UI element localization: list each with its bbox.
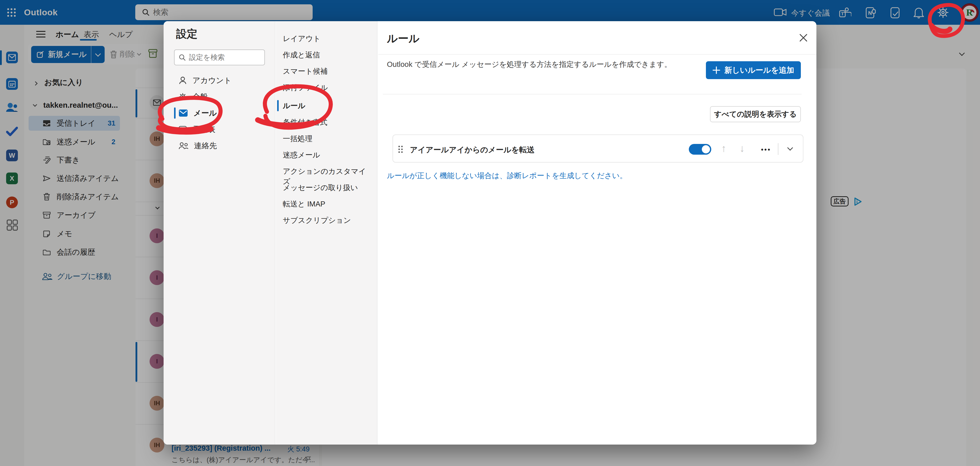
rule-enabled-toggle[interactable] (689, 144, 711, 155)
settings-nav-label: 連絡先 (194, 141, 217, 151)
show-all-descriptions-button[interactable]: すべての説明を表示する (710, 106, 801, 122)
subnav-subscriptions[interactable]: サブスクリプション (283, 215, 367, 226)
more-options-icon[interactable]: ••• (761, 146, 771, 154)
settings-subnav-column: レイアウト 作成と返信 スマート候補 添付ファイル ルール 条件付き書式 一括処… (276, 21, 377, 445)
settings-nav-general[interactable]: 全般 (164, 89, 275, 104)
subnav-conditional-formatting[interactable]: 条件付き書式 (283, 118, 367, 127)
settings-nav-account[interactable]: アカウント (164, 73, 275, 88)
toggle-knob (702, 145, 710, 153)
settings-nav-label: メール (193, 108, 217, 118)
subnav-sweep[interactable]: 一括処理 (283, 134, 367, 144)
move-up-arrow[interactable]: ↑ (721, 143, 726, 154)
subnav-forwarding-imap[interactable]: 転送と IMAP (283, 199, 367, 209)
contacts-icon (179, 142, 188, 150)
add-rule-label: 新しいルールを追加 (724, 65, 794, 76)
expand-rule-chevron[interactable] (788, 145, 793, 151)
settings-search[interactable] (174, 49, 265, 65)
settings-nav-contacts[interactable]: 連絡先 (164, 138, 275, 153)
settings-nav-column: 設定 アカウント 全般 メール 予定表 連絡先 (164, 21, 275, 445)
subnav-rules[interactable]: ルール (283, 101, 367, 111)
mail-filled-icon (179, 109, 188, 117)
settings-dialog: 設定 アカウント 全般 メール 予定表 連絡先 レイアウト 作成と返信 (164, 21, 816, 445)
settings-nav-label: アカウント (192, 75, 232, 86)
person-icon (179, 76, 187, 84)
settings-nav-label: 全般 (192, 92, 208, 102)
show-all-label: すべての説明を表示する (714, 109, 797, 119)
rules-panel-title: ルール (387, 32, 420, 46)
add-rule-button[interactable]: 新しいルールを追加 (706, 61, 801, 79)
subnav-message-handling[interactable]: メッセージの取り扱い (283, 183, 367, 193)
rules-description: Outlook で受信メール メッセージを処理する方法を指定するルールを作成でき… (387, 59, 697, 69)
search-icon (179, 54, 186, 61)
settings-search-input[interactable] (189, 53, 260, 62)
settings-nav-calendar[interactable]: 予定表 (164, 122, 275, 137)
selected-subnav-indicator (277, 100, 279, 111)
rule-row: アイアールアイからのメールを転送 ↑ ↓ ••• (393, 135, 803, 162)
divider (778, 143, 778, 155)
rule-name: アイアールアイからのメールを転送 (410, 145, 535, 155)
plus-icon (713, 66, 720, 74)
move-down-arrow[interactable]: ↓ (740, 143, 745, 154)
divider (378, 54, 816, 55)
calendar-small-icon (179, 125, 187, 134)
settings-nav-mail[interactable]: メール (164, 105, 275, 121)
subnav-attachments[interactable]: 添付ファイル (283, 83, 367, 93)
subnav-smart-suggestions[interactable]: スマート候補 (283, 66, 367, 76)
divider (383, 94, 802, 94)
subnav-compose-reply[interactable]: 作成と返信 (283, 50, 367, 60)
settings-nav-label: 予定表 (192, 124, 215, 135)
settings-title: 設定 (176, 27, 197, 41)
subnav-junk-email[interactable]: 迷惑メール (283, 150, 367, 160)
gear-small-icon (179, 93, 187, 101)
drag-handle-icon[interactable] (398, 145, 404, 153)
diagnostic-report-link[interactable]: ルールが正しく機能しない場合は、診断レポートを生成してください。 (387, 171, 627, 181)
close-icon[interactable] (799, 33, 808, 42)
subnav-layout[interactable]: レイアウト (283, 34, 367, 44)
